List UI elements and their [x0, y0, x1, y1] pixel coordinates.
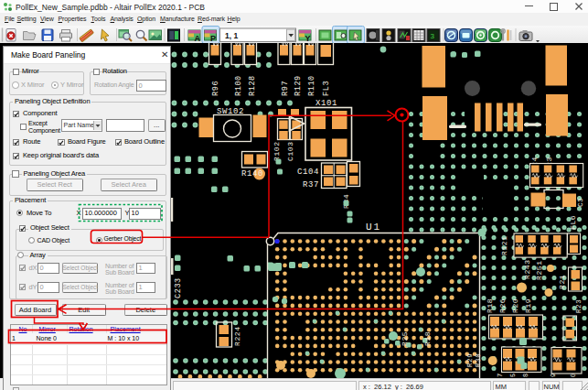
svg-text:R37: R37 — [303, 180, 319, 190]
svg-text:R19: R19 — [524, 298, 532, 313]
svg-text:C104: C104 — [297, 168, 319, 177]
svg-text:R97: R97 — [281, 81, 290, 96]
svg-text:P: P — [210, 34, 216, 43]
svg-text:R121: R121 — [500, 235, 508, 255]
svg-text:R18: R18 — [486, 298, 494, 313]
svg-text:R96: R96 — [211, 81, 220, 96]
svg-text:C233: C233 — [174, 277, 183, 298]
svg-text:R23: R23 — [575, 299, 583, 313]
svg-text:R251: R251 — [535, 260, 543, 280]
svg-text:FL6: FL6 — [569, 215, 577, 230]
svg-text:5: 5 — [509, 373, 517, 377]
svg-text:R110: R110 — [307, 75, 316, 96]
svg-text:R29: R29 — [466, 353, 474, 367]
svg-text:R128: R128 — [248, 75, 257, 96]
svg-text:1, 1: 1, 1 — [225, 31, 238, 40]
svg-text:R21: R21 — [558, 275, 566, 289]
svg-text:R129: R129 — [294, 75, 303, 96]
svg-text:R224: R224 — [233, 326, 241, 346]
svg-text:R140: R140 — [241, 169, 263, 179]
svg-text:C3: C3 — [577, 198, 584, 207]
svg-text:R25: R25 — [401, 331, 409, 346]
svg-text:R20: R20 — [511, 298, 519, 313]
svg-text:3: 3 — [431, 32, 435, 40]
svg-text:U1: U1 — [366, 222, 381, 233]
svg-text:0: 0 — [570, 373, 577, 377]
svg-text:R26: R26 — [498, 298, 507, 313]
svg-text:R18: R18 — [423, 331, 432, 346]
svg-text:R243: R243 — [523, 259, 531, 279]
svg-text:7: 7 — [497, 373, 504, 377]
svg-text:X101: X101 — [315, 99, 337, 108]
svg-text:R102: R102 — [273, 141, 281, 161]
svg-text:8: 8 — [522, 373, 529, 377]
svg-text:FL3: FL3 — [322, 81, 331, 96]
svg-text:A: A — [195, 34, 201, 43]
svg-text:C103: C103 — [286, 141, 294, 161]
svg-text:9: 9 — [550, 373, 557, 377]
svg-text:R30: R30 — [475, 353, 482, 367]
svg-text:R100: R100 — [234, 75, 243, 96]
svg-text:Y: Y — [305, 34, 311, 43]
